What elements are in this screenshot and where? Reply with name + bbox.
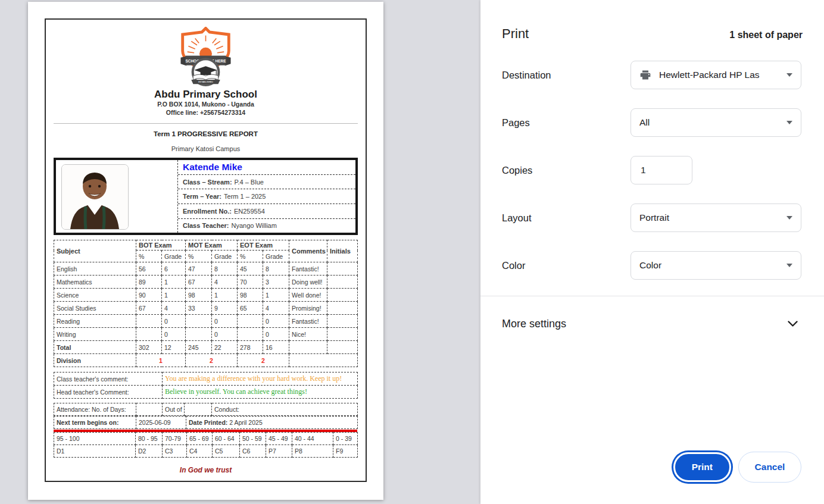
destination-dropdown[interactable]: Hewlett-Packard HP Las (631, 61, 801, 89)
scale-grades-row: D1D2C3C4C5C6P7P8F9 (54, 445, 358, 458)
enrollment-row: Enrollment No.:EN259554 (178, 204, 355, 219)
copies-row: Copies (502, 156, 824, 184)
layout-row: Layout Portrait (502, 204, 824, 232)
out-of-label: Out of (163, 403, 185, 416)
col-subject: Subject (54, 240, 136, 262)
school-address: P.O BOX 1014, Mukono - Uganda (54, 101, 358, 109)
chevron-down-icon (786, 121, 792, 124)
printer-icon (639, 69, 651, 81)
report-card: SCHOOL NAME HERE ESTABLISHED Abdu Primar… (45, 18, 367, 482)
preview-page: SCHOOL NAME HERE ESTABLISHED Abdu Primar… (28, 2, 383, 500)
layout-label: Layout (502, 212, 631, 224)
term-year-value: Term 1 – 2025 (224, 193, 266, 200)
school-name: Abdu Primary School (54, 89, 358, 101)
pages-value: All (639, 117, 782, 128)
class-teacher-row: Class Teacher:Nyango William (178, 219, 355, 233)
campus-name: Primary Katosi Campus (54, 145, 358, 152)
pages-dropdown[interactable]: All (631, 108, 801, 137)
col-bot-grade: Grade (162, 251, 186, 262)
sheet-count: 1 sheet of paper (729, 30, 803, 40)
head-teacher-comment-text: Believe in yourself. You can achieve gre… (163, 386, 358, 399)
copies-label: Copies (502, 165, 631, 176)
col-mot-grade: Grade (212, 251, 238, 262)
class-teacher-label: Class Teacher: (183, 222, 229, 229)
class-teacher-comment-text: You are making a difference with your ha… (163, 372, 358, 386)
col-eot-grade: Grade (263, 251, 289, 262)
next-term-label: Next term begins on: (54, 417, 136, 429)
head-teacher-comment-label: Head teacher's Comment: (54, 386, 163, 399)
color-value: Color (639, 260, 782, 271)
student-name-row: Katende Mike (178, 160, 355, 175)
class-stream-value: P.4 – Blue (235, 179, 264, 186)
destination-value: Hewlett-Packard HP Las (659, 70, 782, 80)
layout-value: Portrait (639, 212, 782, 223)
settings-divider (480, 296, 824, 296)
student-photo-cell (56, 160, 178, 233)
class-teacher-value: Nyango William (231, 222, 276, 229)
cancel-button[interactable]: Cancel (738, 452, 801, 483)
col-mot-pct: % (186, 251, 212, 262)
total-row: Total302122452227816 (54, 341, 358, 354)
term-year-label: Term – Year: (183, 193, 221, 200)
grade-row: Science901981981Well done! (54, 289, 358, 302)
student-name: Katende Mike (183, 162, 242, 173)
next-term-date: 2025-06-09 (136, 417, 186, 429)
report-title: Term 1 PROGRESSIVE REPORT (54, 130, 358, 137)
destination-label: Destination (502, 70, 631, 81)
grades-table: Subject BOT Exam MOT Exam EOT Exam Comme… (54, 240, 358, 367)
col-comments: Comments (289, 240, 327, 262)
next-term-table: Next term begins on:2025-06-09Date Print… (54, 416, 358, 429)
col-bot-exam: BOT Exam (136, 240, 186, 251)
header-divider (54, 123, 358, 124)
print-button[interactable]: Print (673, 452, 731, 482)
attendance-table: Attendance: No. of Days:Out ofConduct: (54, 403, 358, 416)
color-dropdown[interactable]: Color (631, 251, 801, 280)
more-settings-toggle[interactable]: More settings (502, 318, 824, 330)
head-teacher-comment-row: Head teacher's Comment:Believe in yourse… (54, 386, 358, 399)
col-eot-exam: EOT Exam (238, 240, 289, 251)
student-photo (61, 164, 129, 230)
dialog-title: Print (502, 26, 529, 42)
grade-row: Writing000Nice! (54, 328, 358, 341)
enrollment-value: EN259554 (234, 208, 265, 215)
copies-input[interactable] (631, 156, 692, 184)
grade-row: English566478458Fantastic! (54, 262, 358, 276)
logo-established-text: ESTABLISHED (198, 81, 213, 83)
next-term-row: Next term begins on:2025-06-09Date Print… (54, 417, 358, 429)
school-motto: In God we trust (54, 466, 358, 474)
pages-label: Pages (502, 117, 631, 129)
grade-row: Social Studies674339654Promising! (54, 302, 358, 315)
chevron-down-icon (786, 73, 792, 77)
col-eot-pct: % (238, 251, 263, 262)
class-teacher-comment-row: Class teacher's comment:You are making a… (54, 372, 358, 386)
enrollment-label: Enrollment No.: (183, 208, 232, 215)
school-logo-icon: SCHOOL NAME HERE ESTABLISHED (177, 27, 235, 87)
class-stream-label: Class – Stream: (183, 179, 232, 186)
attendance-row: Attendance: No. of Days:Out ofConduct: (54, 403, 358, 416)
comments-table: Class teacher's comment:You are making a… (54, 372, 358, 399)
class-teacher-comment-label: Class teacher's comment: (54, 372, 163, 386)
col-mot-exam: MOT Exam (186, 240, 238, 251)
chevron-down-icon (786, 264, 792, 267)
pages-row: Pages All (502, 108, 824, 137)
print-preview-area: SCHOOL NAME HERE ESTABLISHED Abdu Primar… (0, 0, 480, 504)
layout-dropdown[interactable]: Portrait (631, 204, 801, 232)
grades-header-row: Subject BOT Exam MOT Exam EOT Exam Comme… (54, 240, 358, 251)
grading-scale-table: 95 - 10080 - 9570-7965 - 6960 - 6450 - 5… (54, 432, 358, 458)
destination-row: Destination Hewlett-Packard HP Las (502, 61, 824, 89)
grade-row: Reading000Fantastic! (54, 315, 358, 328)
school-office-line: Office line: +256754273314 (54, 109, 358, 117)
division-row: Division122 (54, 354, 358, 367)
more-settings-label: More settings (502, 318, 566, 330)
col-initials: Initials (327, 240, 358, 262)
conduct-label: Conduct: (212, 403, 358, 416)
color-label: Color (502, 260, 631, 271)
print-settings-panel: Print 1 sheet of paper Destination Hewle… (480, 0, 824, 504)
chevron-down-icon (786, 216, 792, 220)
student-info-box: Katende Mike Class – Stream:P.4 – Blue T… (54, 158, 358, 235)
attendance-label: Attendance: No. of Days: (54, 403, 136, 416)
grade-row: Mathematics891674703Doing well! (54, 276, 358, 289)
student-details: Katende Mike Class – Stream:P.4 – Blue T… (178, 160, 355, 233)
class-stream-row: Class – Stream:P.4 – Blue (178, 175, 355, 190)
col-bot-pct: % (136, 251, 162, 262)
